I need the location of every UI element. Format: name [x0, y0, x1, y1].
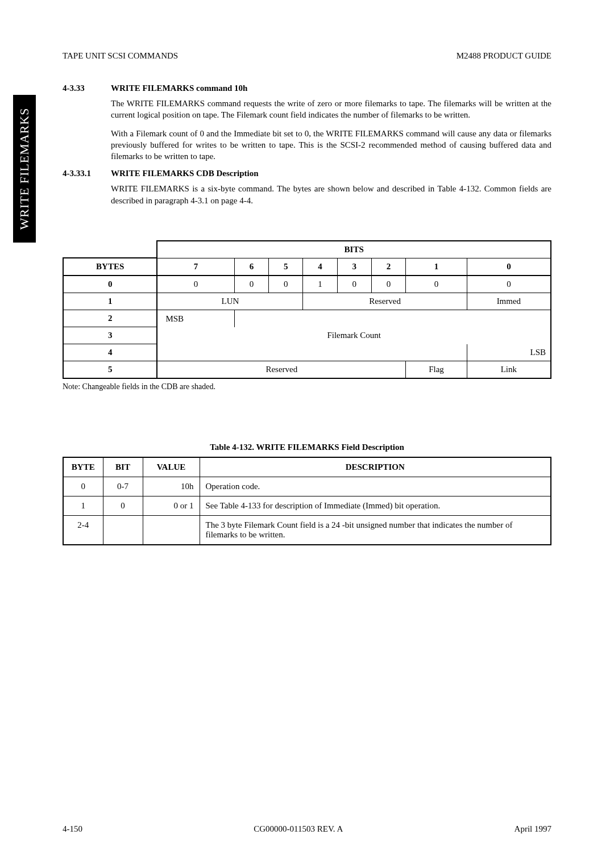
byte-1: 1 [63, 293, 157, 310]
section1-p2: With a Filemark count of 0 and the Immed… [111, 128, 551, 162]
b4-lsb: LSB [467, 344, 551, 361]
r0-byte: 0 [63, 477, 103, 496]
b0-7: 0 [157, 276, 234, 293]
b0-1: 0 [406, 276, 467, 293]
b5-flag: Flag [406, 361, 467, 379]
b0-5: 0 [269, 276, 303, 293]
desc-h-byte: BYTE [63, 457, 103, 477]
r1-value: 0 or 1 [143, 496, 200, 516]
section-title: WRITE FILEMARKS CDB Description [111, 169, 259, 178]
b1-lun: LUN [157, 293, 302, 310]
section-num: 4-3.33.1 [63, 169, 111, 178]
section-num: 4-3.33 [63, 84, 111, 93]
b0-6: 0 [234, 276, 268, 293]
header-right: M2488 PRODUCT GUIDE [457, 51, 551, 61]
b3-filemark: Filemark Count [157, 327, 551, 344]
footer-right: April 1997 [515, 824, 551, 834]
bit-col-5: 5 [269, 258, 303, 276]
desc-h-value: VALUE [143, 457, 200, 477]
table-row: 2-4 The 3 byte Filemark Count field is a… [63, 516, 551, 545]
byte-0: 0 [63, 276, 157, 293]
desc-h-desc: DESCRIPTION [200, 457, 551, 477]
section-4-3-33-1: 4-3.33.1 WRITE FILEMARKS CDB Description… [63, 169, 551, 206]
page-footer: 4-150 CG00000-011503 REV. A April 1997 [63, 824, 551, 834]
desc-table-caption: Table 4-132. WRITE FILEMARKS Field Descr… [63, 443, 551, 452]
b2-msb: MSB [157, 310, 234, 327]
side-tab-text: WRITE FILEMARKS [17, 108, 32, 230]
r2-bit [103, 516, 143, 545]
b0-4: 1 [303, 276, 337, 293]
bits-header: BITS [157, 241, 551, 258]
cdb-table: BITS BYTES 7 6 5 4 3 2 1 0 0 0 0 0 1 0 0… [63, 240, 551, 379]
bit-col-7: 7 [157, 258, 234, 276]
b1-reserved: Reserved [303, 293, 467, 310]
b5-link: Link [467, 361, 551, 379]
b0-3: 0 [337, 276, 371, 293]
cdb-table-wrap: BITS BYTES 7 6 5 4 3 2 1 0 0 0 0 0 1 0 0… [63, 240, 551, 392]
side-tab: WRITE FILEMARKS [13, 95, 36, 243]
section2-p1: WRITE FILEMARKS is a six-byte command. T… [111, 183, 551, 206]
r1-desc: See Table 4-133 for description of Immed… [200, 496, 551, 516]
bit-col-4: 4 [303, 258, 337, 276]
r1-bit: 0 [103, 496, 143, 516]
footer-center: CG00000-011503 REV. A [254, 824, 343, 834]
b5-reserved: Reserved [157, 361, 405, 379]
b2-empty [234, 310, 551, 327]
byte-2: 2 [63, 310, 157, 327]
r2-desc: The 3 byte Filemark Count field is a 24 … [200, 516, 551, 545]
page-header: TAPE UNIT SCSI COMMANDS M2488 PRODUCT GU… [63, 51, 551, 61]
bytes-header: BYTES [63, 258, 157, 276]
desc-table: BYTE BIT VALUE DESCRIPTION 0 0-7 10h Ope… [63, 457, 551, 545]
bit-col-0: 0 [467, 258, 551, 276]
bit-col-6: 6 [234, 258, 268, 276]
r0-desc: Operation code. [200, 477, 551, 496]
footer-left: 4-150 [63, 824, 82, 834]
bit-col-2: 2 [371, 258, 405, 276]
r2-byte: 2-4 [63, 516, 103, 545]
table-row: 1 0 0 or 1 See Table 4-133 for descripti… [63, 496, 551, 516]
desc-h-bit: BIT [103, 457, 143, 477]
cdb-note: Note: Changeable fields in the CDB are s… [63, 382, 551, 391]
bit-col-3: 3 [337, 258, 371, 276]
b1-immed: Immed [467, 293, 551, 310]
section-4-3-33: 4-3.33 WRITE FILEMARKS command 10h The W… [63, 84, 551, 162]
byte-3: 3 [63, 327, 157, 344]
section-title: WRITE FILEMARKS command 10h [111, 84, 247, 93]
r1-byte: 1 [63, 496, 103, 516]
table-row: 0 0-7 10h Operation code. [63, 477, 551, 496]
byte-4: 4 [63, 344, 157, 361]
byte-5: 5 [63, 361, 157, 379]
section1-p1: The WRITE FILEMARKS command requests the… [111, 98, 551, 121]
b0-0: 0 [467, 276, 551, 293]
b4-empty [157, 344, 467, 361]
b0-2: 0 [371, 276, 405, 293]
r2-value [143, 516, 200, 545]
r0-bit: 0-7 [103, 477, 143, 496]
bit-col-1: 1 [406, 258, 467, 276]
header-left: TAPE UNIT SCSI COMMANDS [63, 51, 178, 61]
r0-value: 10h [143, 477, 200, 496]
